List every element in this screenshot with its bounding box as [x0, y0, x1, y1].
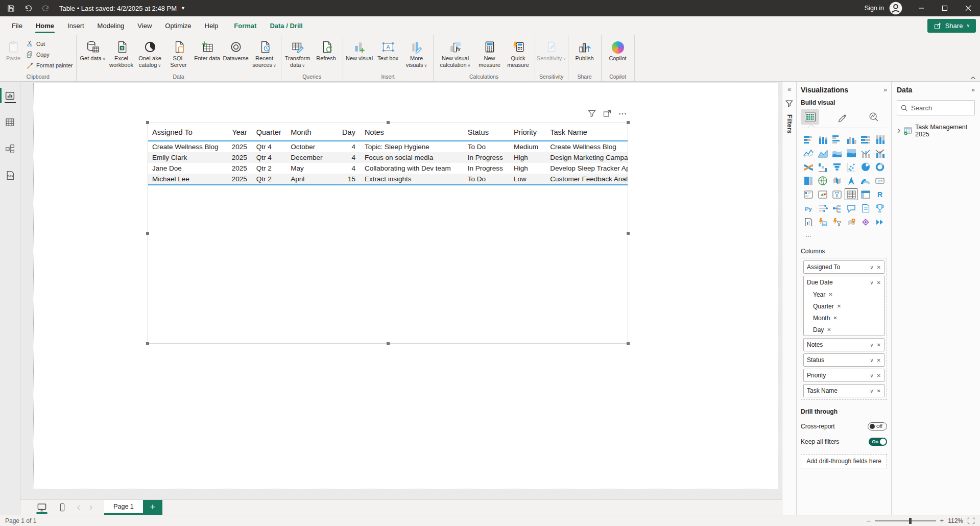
- minimize-button[interactable]: [910, 0, 933, 16]
- visual-type-flow-visual-icon[interactable]: [873, 216, 886, 228]
- resize-handle[interactable]: [627, 342, 630, 345]
- visual-type-stacked-bar-chart-icon[interactable]: [802, 133, 815, 145]
- ribbon-button-get-data[interactable]: Get data∨: [79, 36, 107, 62]
- visual-type-gauge-icon[interactable]: [859, 175, 872, 186]
- cross-report-toggle[interactable]: Off: [868, 422, 887, 431]
- title-dropdown-icon[interactable]: ▼: [181, 6, 185, 11]
- menu-tab-data-drill[interactable]: Data / Drill: [263, 16, 309, 35]
- column-header-status[interactable]: Status: [464, 123, 510, 141]
- visual-type-area-chart-icon[interactable]: [816, 147, 829, 159]
- dax-query-view-icon[interactable]: DAX: [0, 166, 20, 184]
- field-pill-assigned-to[interactable]: Assigned To ∨ ✕: [803, 260, 885, 274]
- table-row[interactable]: Jane Doe2025Qtr 2May4Collaborating with …: [148, 163, 628, 174]
- chevron-down-icon[interactable]: ∨: [870, 388, 873, 394]
- field-pill-due-date[interactable]: Due Date ∨ ✕ Year ✕ Quarter ✕ Month ✕ Da…: [803, 276, 885, 336]
- document-title[interactable]: Table • Last saved: 4/2/2025 at 2:48 PM …: [59, 5, 185, 12]
- ribbon-button-new-visual-calculation[interactable]: fx New visual calculation∨: [436, 36, 475, 68]
- build-visual-tab[interactable]: [801, 109, 819, 125]
- visual-type-azure-map-icon[interactable]: [845, 175, 857, 186]
- column-header-year[interactable]: Year: [227, 123, 252, 141]
- ribbon-button-refresh[interactable]: Refresh: [312, 36, 341, 62]
- table-row[interactable]: Michael Lee2025Qtr 2April15Extract insig…: [148, 174, 628, 185]
- ribbon-button-onelake-catalog[interactable]: OneLake catalog∨: [136, 36, 164, 68]
- avatar[interactable]: [889, 2, 902, 15]
- chevron-down-icon[interactable]: ∨: [870, 265, 873, 270]
- visual-type-key-influencers-icon[interactable]: [816, 202, 829, 214]
- ribbon-button-copy[interactable]: Copy: [26, 50, 73, 59]
- ribbon-button-copilot[interactable]: Copilot: [604, 36, 632, 62]
- visual-type-line-and-stacked-column-chart-icon[interactable]: [859, 147, 872, 159]
- remove-field-icon[interactable]: ✕: [877, 357, 881, 363]
- field-pill-notes[interactable]: Notes ∨ ✕: [803, 338, 885, 351]
- format-visual-tab[interactable]: [833, 109, 851, 125]
- page-tab[interactable]: Page 1: [104, 500, 143, 515]
- prev-page-icon[interactable]: [73, 500, 85, 515]
- sign-in-link[interactable]: Sign in: [865, 5, 884, 12]
- redo-icon[interactable]: [38, 2, 53, 15]
- columns-well[interactable]: Assigned To ∨ ✕ Due Date ∨ ✕ Year ✕ Quar…: [801, 258, 887, 400]
- field-pill-year[interactable]: Year ✕: [804, 289, 884, 300]
- ribbon-button-more-visuals[interactable]: More visuals∨: [402, 36, 431, 68]
- chevron-down-icon[interactable]: ∨: [870, 373, 873, 378]
- visual-type-slicer-icon[interactable]: [830, 188, 843, 200]
- mobile-layout-icon[interactable]: [52, 500, 73, 515]
- visual-type-funnel-chart-icon[interactable]: [830, 161, 843, 173]
- visual-type-100-stacked-bar-chart-icon[interactable]: [859, 133, 872, 145]
- remove-field-icon[interactable]: ✕: [877, 280, 881, 285]
- field-pill-quarter[interactable]: Quarter ✕: [804, 300, 884, 312]
- visual-type-card-icon[interactable]: 123: [873, 175, 886, 186]
- remove-field-icon[interactable]: ✕: [827, 327, 831, 332]
- ribbon-button-publish[interactable]: Publish: [570, 36, 599, 62]
- ribbon-button-quick-measure[interactable]: Quick measure: [504, 36, 533, 68]
- ribbon-button-format-painter[interactable]: Format painter: [26, 61, 73, 70]
- resize-handle[interactable]: [627, 232, 630, 235]
- remove-field-icon[interactable]: ✕: [833, 315, 837, 321]
- visual-type-python-visual-icon[interactable]: Py: [802, 202, 815, 214]
- collapse-panel-icon[interactable]: »: [971, 86, 975, 93]
- search-box[interactable]: [897, 100, 975, 115]
- remove-field-icon[interactable]: ✕: [837, 303, 841, 309]
- dataset-tree-item[interactable]: Task Management 2025: [897, 124, 975, 138]
- visual-type-paginated-report-icon[interactable]: [802, 216, 815, 228]
- visual-type-power-apps-icon[interactable]: 123: [816, 216, 829, 228]
- filters-strip-label[interactable]: Filters: [786, 114, 793, 134]
- visual-type-100-stacked-column-chart-icon[interactable]: [873, 133, 886, 145]
- visual-filters-icon[interactable]: [588, 110, 596, 117]
- keep-all-filters-toggle[interactable]: On: [869, 438, 887, 446]
- visual-type-power-automate-icon[interactable]: [830, 216, 843, 228]
- menu-tab-format[interactable]: Format: [227, 16, 263, 35]
- visual-type-ribbon-chart-icon[interactable]: [802, 161, 815, 173]
- field-pill-day[interactable]: Day ✕: [804, 324, 884, 336]
- chevron-down-icon[interactable]: ∨: [870, 342, 873, 348]
- ribbon-button-enter-data[interactable]: Enter data: [193, 36, 222, 62]
- menu-tab-help[interactable]: Help: [198, 16, 225, 35]
- model-view-icon[interactable]: [0, 140, 20, 157]
- menu-tab-modeling[interactable]: Modeling: [91, 16, 131, 35]
- save-icon[interactable]: [3, 2, 18, 15]
- visual-type-matrix-icon[interactable]: [859, 188, 872, 200]
- table-view-icon[interactable]: [0, 113, 20, 131]
- visual-type-100-stacked-area-chart-icon[interactable]: [845, 147, 857, 159]
- report-canvas[interactable]: Assigned ToYearQuarterMonthDayNotesStatu…: [20, 82, 782, 499]
- visual-type-scatter-chart-icon[interactable]: [845, 161, 857, 173]
- visual-type-donut-chart-icon[interactable]: [873, 161, 886, 173]
- menu-tab-view[interactable]: View: [131, 16, 158, 35]
- desktop-layout-icon[interactable]: [32, 500, 52, 515]
- column-header-day[interactable]: Day: [336, 123, 361, 141]
- chevron-right-icon[interactable]: [897, 128, 901, 133]
- close-button[interactable]: [957, 0, 980, 16]
- field-pill-month[interactable]: Month ✕: [804, 312, 884, 324]
- visual-type-get-more-visuals-icon[interactable]: …: [802, 230, 815, 242]
- visual-type-treemap-icon[interactable]: [802, 175, 815, 186]
- remove-field-icon[interactable]: ✕: [828, 292, 832, 297]
- fit-to-page-icon[interactable]: [967, 517, 975, 524]
- visual-type-r-script-visual-icon[interactable]: R: [873, 188, 886, 200]
- visual-type-multi-row-card-icon[interactable]: [802, 188, 815, 200]
- remove-field-icon[interactable]: ✕: [877, 373, 881, 378]
- chevron-down-icon[interactable]: ∨: [870, 357, 873, 363]
- column-header-priority[interactable]: Priority: [510, 123, 546, 141]
- expand-filters-icon[interactable]: «: [787, 86, 791, 93]
- ribbon-button-excel-workbook[interactable]: X Excel workbook: [107, 36, 136, 68]
- ribbon-button-dataverse[interactable]: Dataverse: [222, 36, 250, 62]
- ribbon-button-paste[interactable]: Paste: [2, 36, 25, 62]
